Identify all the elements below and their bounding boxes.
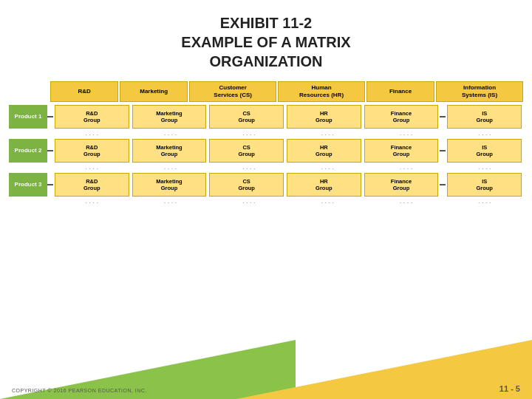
p1-hr-group: HRGroup: [287, 105, 361, 129]
p3-marketing-group: MarketingGroup: [132, 173, 207, 197]
p2-marketing-group: MarketingGroup: [132, 139, 207, 163]
footer-yellow-shape: [236, 340, 532, 399]
p2-finance-group: FinanceGroup: [364, 139, 439, 163]
p1-cs-group: CSGroup: [209, 105, 284, 129]
sep1-5: · · · ·: [369, 131, 443, 138]
product3-label: Product 3: [9, 173, 47, 197]
p1-rd-group: R&DGroup: [55, 105, 129, 129]
sep-row-1: · · · · · · · · · · · · · · · · · · · · …: [9, 131, 523, 138]
footer-area: COPYRIGHT © 2016 PEARSON EDUCATION, INC.…: [0, 340, 532, 399]
footer-copyright: COPYRIGHT © 2016 PEARSON EDUCATION, INC.: [12, 388, 147, 393]
footer-page-number: 11 - 5: [499, 384, 520, 393]
sep1-2: · · · ·: [133, 131, 207, 138]
product2-row: Product 2 R&DGroup MarketingGroup CSGrou…: [9, 139, 523, 163]
connector-p2: [47, 150, 53, 151]
sep-row-2: · · · · · · · · · · · · · · · · · · · · …: [9, 165, 523, 172]
header-marketing: Marketing: [120, 81, 188, 102]
connector-p1-right: [440, 116, 446, 117]
p3-is-group: ISGroup: [447, 173, 522, 197]
header-cs: CustomerServices (CS): [189, 81, 276, 102]
sep3-6: · · · ·: [448, 199, 522, 206]
sep2-3: · · · ·: [212, 165, 286, 172]
sep3-2: · · · ·: [133, 199, 207, 206]
sep1-4: · · · ·: [290, 131, 364, 138]
sep2-4: · · · ·: [290, 165, 364, 172]
p1-finance-group: FinanceGroup: [364, 105, 439, 129]
sep2-5: · · · ·: [369, 165, 443, 172]
connector-p2-right: [440, 150, 446, 151]
p3-finance-group: FinanceGroup: [364, 173, 439, 197]
sep1-1: · · · ·: [55, 131, 129, 138]
sep2-6: · · · ·: [448, 165, 522, 172]
p1-is-group: ISGroup: [447, 105, 522, 129]
header-row: R&D Marketing CustomerServices (CS) Huma…: [9, 81, 523, 102]
title-line3: ORGANIZATION: [210, 53, 323, 69]
sep1-3: · · · ·: [212, 131, 286, 138]
slide: EXHIBIT 11-2 EXAMPLE OF A MATRIX ORGANIZ…: [0, 0, 532, 399]
matrix-container: R&D Marketing CustomerServices (CS) Huma…: [0, 78, 532, 206]
exhibit-title: EXHIBIT 11-2 EXAMPLE OF A MATRIX ORGANIZ…: [30, 13, 502, 71]
connector-p1: [47, 116, 53, 117]
p2-rd-group: R&DGroup: [55, 139, 129, 163]
p2-is-group: ISGroup: [447, 139, 522, 163]
header-is: InformationSystems (IS): [436, 81, 523, 102]
title-area: EXHIBIT 11-2 EXAMPLE OF A MATRIX ORGANIZ…: [0, 0, 532, 78]
sep3-3: · · · ·: [212, 199, 286, 206]
sep1-6: · · · ·: [448, 131, 522, 138]
title-line1: EXHIBIT 11-2: [220, 15, 312, 31]
title-line2: EXAMPLE OF A MATRIX: [181, 34, 350, 50]
p3-hr-group: HRGroup: [287, 173, 361, 197]
product1-row: Product 1 R&DGroup MarketingGroup CSGrou…: [9, 105, 523, 129]
sep3-1: · · · ·: [55, 199, 129, 206]
product3-row: Product 3 R&DGroup MarketingGroup CSGrou…: [9, 173, 523, 197]
p3-cs-group: CSGroup: [209, 173, 284, 197]
header-hr: HumanResources (HR): [278, 81, 365, 102]
connector-p3: [47, 184, 53, 185]
sep-row-3: · · · · · · · · · · · · · · · · · · · · …: [9, 199, 523, 206]
p2-cs-group: CSGroup: [209, 139, 284, 163]
sep3-4: · · · ·: [290, 199, 364, 206]
sep3-5: · · · ·: [369, 199, 443, 206]
product1-label: Product 1: [9, 105, 47, 129]
connector-p3-right: [440, 184, 446, 185]
header-finance: Finance: [366, 81, 434, 102]
p1-marketing-group: MarketingGroup: [132, 105, 207, 129]
sep2-1: · · · ·: [55, 165, 129, 172]
product2-label: Product 2: [9, 139, 47, 163]
p3-rd-group: R&DGroup: [55, 173, 129, 197]
sep2-2: · · · ·: [133, 165, 207, 172]
header-rd: R&D: [50, 81, 118, 102]
p2-hr-group: HRGroup: [287, 139, 361, 163]
